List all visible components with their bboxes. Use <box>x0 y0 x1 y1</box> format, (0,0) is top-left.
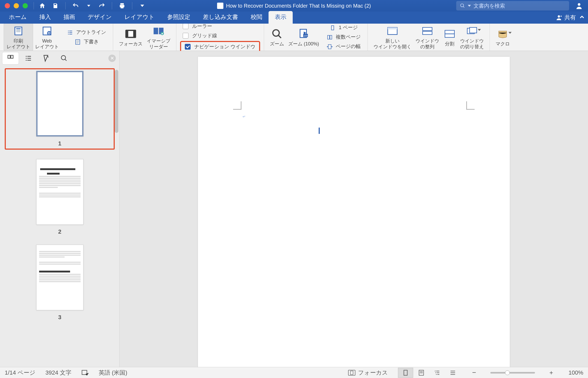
arrange-windows-button[interactable]: ウインドウ の整列 <box>413 24 441 51</box>
redo-icon[interactable] <box>98 2 106 10</box>
tab-draw[interactable]: 描画 <box>57 11 81 24</box>
nav-headings-tab[interactable] <box>20 52 37 65</box>
macros-button[interactable]: マクロ <box>494 27 512 48</box>
svg-point-13 <box>273 30 280 36</box>
tab-design[interactable]: デザイン <box>81 11 118 24</box>
web-view-button[interactable] <box>445 368 460 378</box>
document-page[interactable]: ↵ <box>198 57 510 367</box>
nav-scrollbar[interactable] <box>115 70 118 133</box>
fullscreen-window[interactable] <box>23 3 28 8</box>
svg-rect-5 <box>16 30 21 31</box>
navpane-label: ナビゲーション ウインドウ <box>194 43 255 50</box>
svg-rect-4 <box>16 28 21 29</box>
nav-reviewing-tab[interactable] <box>38 52 55 65</box>
macros-label: マクロ <box>496 41 510 47</box>
svg-rect-27 <box>470 27 477 33</box>
nav-close-button[interactable]: ✕ <box>108 55 116 62</box>
workspace: ✕ 1 2 <box>0 51 588 367</box>
tab-references[interactable]: 参照設定 <box>161 11 197 24</box>
split-window-button[interactable]: 分割 <box>441 27 458 48</box>
zoom-out-button[interactable]: − <box>470 369 478 376</box>
zoom-percent[interactable]: 100% <box>565 369 583 376</box>
svg-rect-23 <box>423 27 432 30</box>
save-icon[interactable] <box>51 2 60 10</box>
navigation-pane-checkbox[interactable]: ナビゲーション ウインドウ <box>182 43 258 51</box>
minimize-window[interactable] <box>14 3 19 8</box>
collapse-ribbon-icon[interactable] <box>579 14 586 22</box>
switch-label: ウインドウ の切り替え <box>460 38 484 50</box>
chevron-down-icon <box>508 31 512 34</box>
zoom-slider[interactable] <box>490 372 535 374</box>
svg-rect-33 <box>350 371 353 375</box>
share-button[interactable]: 共有 <box>555 14 576 22</box>
thumb-label-3: 3 <box>58 314 61 321</box>
customize-qat-icon[interactable] <box>138 2 146 10</box>
thumbnail-page-1[interactable] <box>36 71 83 136</box>
page-width-button[interactable]: ページの幅 <box>323 42 364 51</box>
svg-rect-19 <box>330 35 332 39</box>
print-icon[interactable] <box>118 2 126 10</box>
immersive-reader-button[interactable]: イマーシブ リーダー <box>145 24 172 51</box>
immersive-label: イマーシブ リーダー <box>147 38 170 50</box>
print-layout-button[interactable]: 印刷 レイアウト <box>4 23 33 51</box>
svg-rect-20 <box>328 44 331 49</box>
read-view-button[interactable] <box>414 368 429 378</box>
share-label: 共有 <box>564 14 576 22</box>
navigation-pane: ✕ 1 2 <box>0 51 120 367</box>
outline-view-button[interactable] <box>429 368 445 378</box>
zoom-100-button[interactable]: 100 ズーム (100%) <box>286 27 321 48</box>
switch-windows-button[interactable]: ウインドウ の切り替え <box>458 24 486 51</box>
thumbnail-page-3[interactable] <box>36 245 83 310</box>
search-box[interactable]: 文書内を検索 <box>456 1 569 10</box>
thumbnail-page-2[interactable] <box>36 159 83 225</box>
gridlines-checkbox[interactable]: グリッド線 <box>180 32 260 40</box>
draft-button[interactable]: 下書き <box>64 38 109 46</box>
multi-page-button[interactable]: 複数ページ <box>323 33 364 42</box>
zoom-in-button[interactable]: + <box>548 369 555 376</box>
zoom-button[interactable]: ズーム <box>268 27 286 48</box>
tab-home[interactable]: ホーム <box>3 11 33 24</box>
document-title: How to Recover Documents Folder That Is … <box>226 3 371 9</box>
zoom-slider-knob[interactable] <box>505 370 510 375</box>
nav-pane-tabs: ✕ <box>0 51 119 66</box>
tab-review[interactable]: 校閲 <box>244 11 269 24</box>
status-word-count[interactable]: 3924 文字 <box>45 369 71 377</box>
tab-insert[interactable]: 挿入 <box>33 11 57 24</box>
focus-button[interactable]: フォーカス <box>117 27 145 48</box>
tab-mailings[interactable]: 差し込み文書 <box>197 11 244 24</box>
text-cursor <box>319 128 320 134</box>
nav-find-tab[interactable] <box>56 52 72 65</box>
split-label: 分割 <box>445 41 454 47</box>
svg-rect-22 <box>388 27 397 29</box>
account-icon[interactable] <box>575 2 583 10</box>
nav-thumbnails-tab[interactable] <box>2 52 19 65</box>
one-page-button[interactable]: 1 ページ <box>323 23 364 32</box>
search-dropdown-icon <box>468 4 471 7</box>
web-layout-button[interactable]: Web レイアウト <box>33 24 61 51</box>
status-language[interactable]: 英語 (米国) <box>99 369 127 377</box>
svg-rect-6 <box>16 32 21 32</box>
close-window[interactable] <box>5 3 10 8</box>
ribbon-tabs: ホーム 挿入 描画 デザイン レイアウト 参照設定 差し込み文書 校閲 表示 共… <box>0 12 588 24</box>
thumb-label-2: 2 <box>58 228 61 235</box>
outline-label: アウトライン <box>76 29 106 35</box>
undo-icon[interactable] <box>71 2 80 10</box>
ribbon-view: 印刷 レイアウト Web レイアウト アウトライン 下書き フォーカス イマーシ… <box>0 24 588 51</box>
zoom-100-label: ズーム (100%) <box>288 41 319 47</box>
undo-dropdown-icon[interactable] <box>85 2 93 10</box>
new-window-button[interactable]: 新しい ウインドウを開く <box>371 24 413 51</box>
outline-button[interactable]: アウトライン <box>64 28 109 37</box>
status-focus-button[interactable]: フォーカス <box>348 369 388 377</box>
spellcheck-icon[interactable] <box>81 369 89 376</box>
svg-rect-34 <box>404 370 407 375</box>
draft-label: 下書き <box>84 39 99 45</box>
quick-access <box>35 2 150 10</box>
print-view-button[interactable] <box>398 368 413 378</box>
tab-view[interactable]: 表示 <box>269 11 293 24</box>
home-icon[interactable] <box>38 2 46 10</box>
gridlines-label: グリッド線 <box>192 32 217 39</box>
tab-layout[interactable]: レイアウト <box>118 11 161 24</box>
status-page[interactable]: 1/14 ページ <box>5 369 35 377</box>
thumbnail-list[interactable]: 1 2 <box>0 66 119 367</box>
document-area[interactable]: ↵ <box>120 51 588 367</box>
